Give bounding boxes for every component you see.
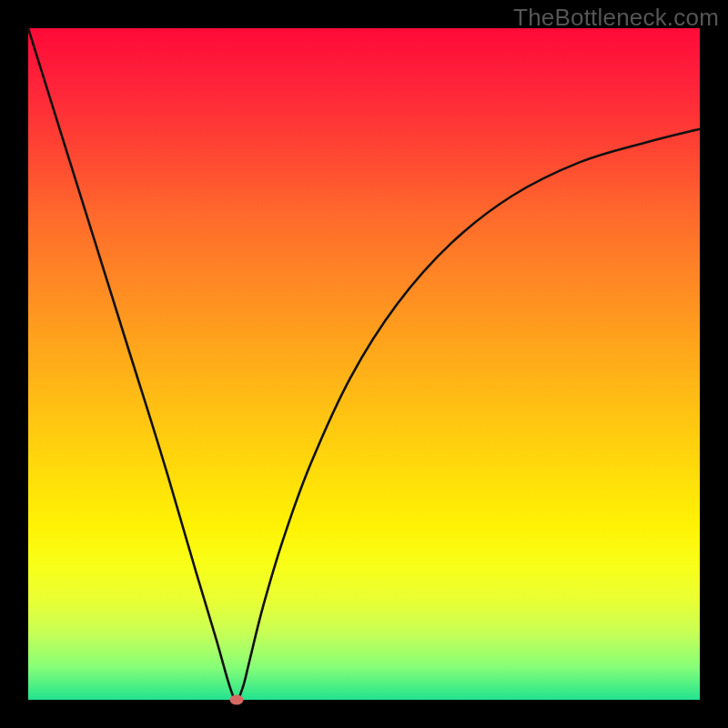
bottleneck-curve — [28, 28, 700, 700]
minimum-marker — [229, 695, 243, 705]
chart-frame: TheBottleneck.com — [0, 0, 728, 728]
site-watermark: TheBottleneck.com — [513, 4, 719, 32]
curve-layer — [28, 28, 700, 700]
